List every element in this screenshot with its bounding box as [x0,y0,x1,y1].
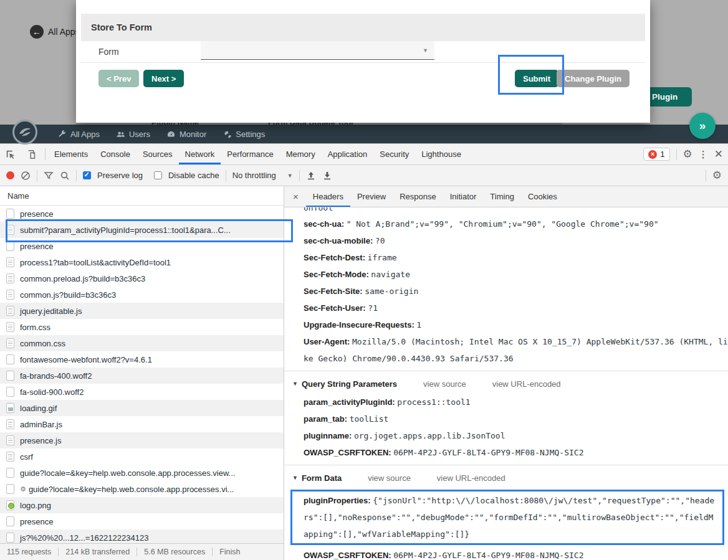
form-select[interactable]: ▼ [201,41,434,60]
app-logo[interactable] [12,120,37,145]
expand-admin-bar-button[interactable]: » [689,113,716,139]
disable-cache-checkbox[interactable] [154,171,162,179]
tab-performance[interactable]: Performance [221,144,279,164]
request-row[interactable]: csrf [0,448,284,465]
filter-icon[interactable] [44,171,54,181]
tab-memory[interactable]: Memory [280,144,322,164]
sidebar-item-all-apps[interactable]: All Apps [57,130,100,139]
tab-application[interactable]: Application [322,144,374,164]
request-row[interactable]: common.js?build=b3c36c3 [0,287,284,303]
error-icon: × [648,150,657,159]
chevron-down-icon: ▼ [423,47,428,54]
detail-tab-timing[interactable]: Timing [483,186,521,207]
headers-content: onTool sec-ch-ua: " Not A;Brand";v="99",… [284,207,728,560]
import-har-icon[interactable] [306,171,316,181]
tab-network[interactable]: Network [179,144,221,164]
request-row[interactable]: adminBar.js [0,416,284,432]
header-line: OWASP_CSRFTOKEN: 06PM-4P2J-GYLF-8LT4-GPY… [284,444,728,461]
record-button[interactable] [6,171,14,179]
close-devtools-icon[interactable]: ✕ [714,148,723,161]
request-row[interactable]: form.css [0,319,284,335]
detail-tab-cookies[interactable]: Cookies [521,186,564,207]
triangle-down-icon[interactable]: ▼ [292,468,298,488]
request-row[interactable]: presence.js [0,432,284,448]
store-to-form-dialog: Store To Form Form ▼ < Prev Next > Submi… [76,0,650,123]
more-options-icon[interactable]: ⋮ [699,149,708,160]
device-toolbar-icon[interactable] [21,144,42,164]
clear-icon[interactable] [21,171,31,181]
preserve-log-checkbox[interactable] [83,171,91,179]
error-badge[interactable]: × 1 [643,148,669,161]
sidebar-item-settings[interactable]: Settings [223,130,265,139]
section-divider [284,371,728,371]
header-line: Sec-Fetch-Dest: iframe [284,249,728,266]
tab-sources[interactable]: Sources [136,144,179,164]
header-value: iframe [368,253,397,262]
tab-security[interactable]: Security [373,144,415,164]
divider [226,170,226,181]
search-icon[interactable] [60,171,70,181]
request-row[interactable]: common.preload.js?build=b3c36c3 [0,270,284,287]
request-row[interactable]: process1?tab=toolList&activityDefId=tool… [0,254,284,270]
prev-button[interactable]: < Prev [98,70,139,87]
request-row[interactable]: js?%20%20...12...=1622122234123 [0,529,284,543]
header-key: pluginProperties: [304,496,373,505]
request-row[interactable]: presence [0,238,284,254]
request-row[interactable]: presence [0,206,284,222]
request-row[interactable]: jquery.jeditable.js [0,303,284,319]
request-row[interactable]: fa-solid-900.woff2 [0,384,284,400]
detail-tab-headers[interactable]: Headers [306,186,350,207]
file-icon [6,516,14,526]
request-row[interactable]: guide?locale=&key=help.web.console.app.p… [0,465,284,481]
tab-lighthouse[interactable]: Lighthouse [415,144,467,164]
request-name: common.css [20,339,65,348]
header-value: ?0 [375,236,385,245]
view-url-encoded-link[interactable]: view URL-encoded [492,374,561,394]
request-row[interactable]: logo.png [0,497,284,513]
request-name: presence [20,517,53,526]
network-settings-icon[interactable]: ⚙ [712,169,722,182]
close-detail-icon[interactable]: × [284,186,306,207]
header-line: OWASP_CSRFTOKEN: 06PM-4P2J-GYLF-8LT4-GPY… [284,547,728,560]
tab-console[interactable]: Console [94,144,136,164]
divider [299,170,300,181]
form-field-label: Form [98,47,119,57]
request-row[interactable]: fa-brands-400.woff2 [0,368,284,384]
throttling-select[interactable]: No throttling ▼ [232,171,293,180]
sidebar-item-monitor[interactable]: Monitor [166,130,206,139]
devtools-settings-icon[interactable]: ⚙ [683,148,692,161]
triangle-down-icon[interactable]: ▼ [292,374,298,394]
next-button[interactable]: Next > [143,70,184,87]
request-row[interactable]: loading.gif [0,400,284,416]
request-name: presence [20,242,53,251]
change-plugin-button[interactable]: Change Plugin [557,70,630,87]
wrench-icon [57,130,67,139]
header-line: Upgrade-Insecure-Requests: 1 [284,316,728,333]
request-row[interactable]: ⚙guide?locale=&key=help.web.console.app.… [0,481,284,497]
view-source-link[interactable]: view source [368,468,411,488]
detail-tab-initiator[interactable]: Initiator [443,186,484,207]
request-row[interactable]: common.css [0,335,284,351]
sidebar-item-users[interactable]: Users [116,130,150,139]
disable-cache-label: Disable cache [168,171,219,180]
request-name: presence.js [20,436,61,445]
detail-tab-response[interactable]: Response [393,186,443,207]
name-column-header[interactable]: Name [0,186,284,206]
export-har-icon[interactable] [322,171,332,181]
submit-button[interactable]: Submit [515,70,558,87]
all-apps-back-link[interactable]: ← All Apps [30,25,80,39]
header-key: Sec-Fetch-User: [304,303,368,313]
tab-elements[interactable]: Elements [48,144,94,164]
status-segment: 115 requests [0,548,59,556]
file-icon [6,387,14,397]
view-url-encoded-link[interactable]: view URL-encoded [437,468,505,488]
view-source-link[interactable]: view source [423,374,466,394]
request-row[interactable]: fontawesome-webfont.woff2?v=4.6.1 [0,351,284,368]
preserve-log-label: Preserve log [97,171,143,180]
request-row[interactable]: presence [0,513,284,529]
image-icon [6,403,14,413]
request-row[interactable]: submit?param_activityPluginId=process1::… [0,222,284,238]
inspect-element-icon[interactable] [0,144,21,164]
header-line: User-Agent: Mozilla/5.0 (Macintosh; Inte… [284,333,728,367]
detail-tab-preview[interactable]: Preview [350,186,393,207]
